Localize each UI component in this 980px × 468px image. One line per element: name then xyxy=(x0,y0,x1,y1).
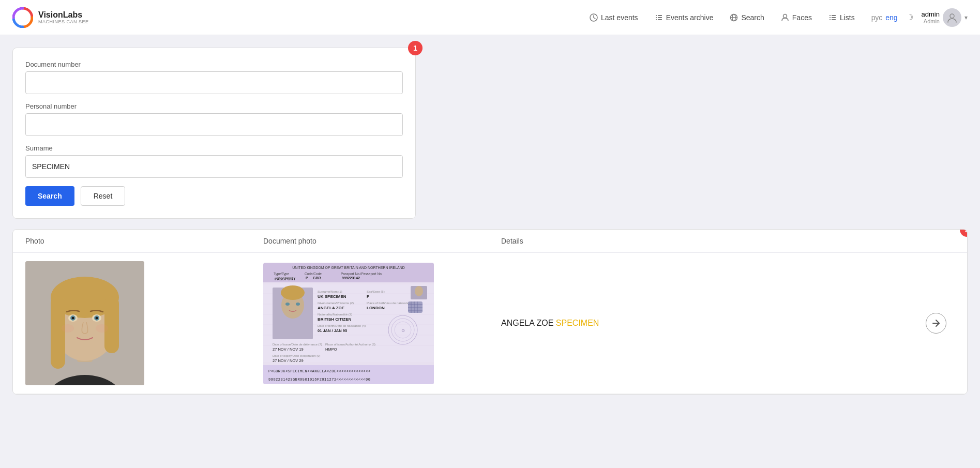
lang-switcher: рус eng xyxy=(871,13,898,22)
header: VisionLabs MACHINES CAN SEE Last events … xyxy=(0,0,980,35)
svg-text:P: P xyxy=(306,276,308,280)
svg-point-11 xyxy=(783,14,787,18)
svg-text:LONDON: LONDON xyxy=(367,306,385,310)
logo-area: VisionLabs MACHINES CAN SEE xyxy=(12,7,89,28)
svg-text:PASSPORT: PASSPORT xyxy=(277,277,293,280)
avatar xyxy=(943,8,961,27)
lang-rus[interactable]: рус xyxy=(871,13,882,22)
passport-svg: UNITED KINGDOM OF GREAT BRITAIN AND NORT… xyxy=(263,263,434,384)
svg-text:Nationality/Nationalité (3): Nationality/Nationalité (3) xyxy=(318,313,352,316)
chevron-down-icon: ▾ xyxy=(964,14,968,21)
svg-text:UNITED KINGDOM OF GREAT BRITAI: UNITED KINGDOM OF GREAT BRITAIN AND NORT… xyxy=(292,266,405,269)
surname-label: Surname xyxy=(25,144,403,152)
avatar-icon xyxy=(946,12,958,23)
svg-text:999223142: 999223142 xyxy=(342,276,360,280)
col-doc-photo-header: Document photo xyxy=(263,237,501,245)
view-details-button[interactable] xyxy=(926,313,946,334)
surname-group: Surname xyxy=(25,144,403,178)
svg-text:9992231423GBR9501016F2911272<<: 9992231423GBR9501016F2911272<<<<<<<<<<<<… xyxy=(268,378,370,382)
user-role: Admin xyxy=(922,18,940,24)
svg-rect-25 xyxy=(104,296,119,353)
nav-search[interactable]: Search xyxy=(730,13,764,22)
svg-point-30 xyxy=(72,317,74,320)
svg-text:Place of issue/Authorité Autho: Place of issue/Authorité Authority (8) xyxy=(325,343,375,346)
svg-rect-15 xyxy=(832,17,836,18)
svg-text:F: F xyxy=(367,294,369,299)
svg-rect-4 xyxy=(656,17,657,18)
surname-input[interactable] xyxy=(25,155,403,178)
theme-toggle-icon[interactable]: ☽ xyxy=(906,12,913,22)
search-globe-icon xyxy=(730,13,738,22)
doc-number-group: Document number xyxy=(25,61,403,94)
svg-rect-17 xyxy=(832,19,836,20)
search-panel: 1 Document number Personal number Surnam… xyxy=(12,48,416,219)
header-right: рус eng ☽ admin Admin ▾ xyxy=(871,8,968,27)
search-button[interactable]: Search xyxy=(25,186,74,206)
svg-rect-12 xyxy=(830,15,831,16)
svg-point-56 xyxy=(285,303,290,306)
details-cell: ANGELA ZOE SPECIMEN xyxy=(501,313,955,334)
col-details-header: Details xyxy=(501,237,955,245)
passport-image: UNITED KINGDOM OF GREAT BRITAIN AND NORT… xyxy=(263,263,434,384)
svg-text:Type/Type: Type/Type xyxy=(274,272,289,276)
main-nav: Last events Events archive Search Faces … xyxy=(590,13,855,22)
photo-cell xyxy=(25,261,263,385)
svg-text:ANGELA ZOE: ANGELA ZOE xyxy=(318,306,345,310)
svg-text:27 NOV / NOV 19: 27 NOV / NOV 19 xyxy=(273,347,304,352)
table-row: UNITED KINGDOM OF GREAT BRITAIN AND NORT… xyxy=(13,253,967,394)
doc-number-input[interactable] xyxy=(25,71,403,94)
nav-last-events[interactable]: Last events xyxy=(590,13,638,22)
user-info: admin Admin xyxy=(922,10,940,24)
col-photo-header: Photo xyxy=(25,237,263,245)
personal-number-input[interactable] xyxy=(25,113,403,136)
search-panel-badge: 1 xyxy=(408,41,423,55)
svg-text:Passport No./Passeport No.: Passport No./Passeport No. xyxy=(341,272,383,276)
nav-faces[interactable]: Faces xyxy=(781,13,812,22)
doc-number-label: Document number xyxy=(25,61,403,68)
person-name-prefix: ANGELA ZOE xyxy=(501,319,556,327)
form-actions: Search Reset xyxy=(25,186,403,206)
main-content: 1 Document number Personal number Surnam… xyxy=(0,35,980,407)
lang-eng[interactable]: eng xyxy=(885,13,897,22)
svg-text:Given names/Prénoms (2): Given names/Prénoms (2) xyxy=(318,301,354,305)
results-panel: 2 Photo Document photo Details xyxy=(12,229,968,395)
svg-text:Date of birth/Date de naissanc: Date of birth/Date de naissance (4) xyxy=(318,324,366,327)
nav-events-archive[interactable]: Events archive xyxy=(655,13,714,22)
svg-text:GBR: GBR xyxy=(313,276,321,280)
svg-text:HMPO: HMPO xyxy=(325,347,337,352)
reset-button[interactable]: Reset xyxy=(81,186,126,206)
svg-rect-6 xyxy=(656,19,657,20)
svg-text:Date of expiry/Date d'expirati: Date of expiry/Date d'expiration (9) xyxy=(273,354,321,357)
clock-icon xyxy=(590,13,598,22)
svg-text:Surname/Nom (1): Surname/Nom (1) xyxy=(318,290,342,293)
person-photo xyxy=(25,261,144,385)
svg-point-32 xyxy=(62,324,74,333)
svg-point-18 xyxy=(950,14,954,18)
svg-rect-16 xyxy=(830,19,831,20)
svg-text:Place of birth/Lieu de naissan: Place of birth/Lieu de naissance (6) xyxy=(367,301,415,305)
svg-point-31 xyxy=(96,317,98,320)
svg-text:UK SPECIMEN: UK SPECIMEN xyxy=(318,294,346,299)
list-icon xyxy=(655,13,663,22)
svg-rect-13 xyxy=(832,15,836,16)
svg-point-55 xyxy=(281,285,305,300)
arrow-right-icon xyxy=(931,319,941,328)
person-photo-svg xyxy=(25,261,144,385)
svg-point-33 xyxy=(96,324,108,333)
person-name: ANGELA ZOE SPECIMEN xyxy=(501,319,599,328)
svg-rect-70 xyxy=(408,301,423,313)
logo-tagline: MACHINES CAN SEE xyxy=(38,19,89,24)
svg-text:⚙: ⚙ xyxy=(401,328,405,333)
svg-rect-7 xyxy=(658,19,662,20)
doc-photo-cell: UNITED KINGDOM OF GREAT BRITAIN AND NORT… xyxy=(263,263,501,384)
user-area[interactable]: admin Admin ▾ xyxy=(922,8,968,27)
svg-rect-14 xyxy=(830,17,831,18)
svg-rect-24 xyxy=(51,296,65,369)
person-icon xyxy=(781,13,789,22)
svg-text:Sex/Sexe (5): Sex/Sexe (5) xyxy=(367,290,385,293)
results-header: Photo Document photo Details xyxy=(13,230,967,253)
user-name: admin xyxy=(922,10,940,18)
logo-icon xyxy=(12,7,33,28)
svg-text:01 JAN / JAN 95: 01 JAN / JAN 95 xyxy=(318,328,347,333)
nav-lists[interactable]: Lists xyxy=(828,13,855,22)
